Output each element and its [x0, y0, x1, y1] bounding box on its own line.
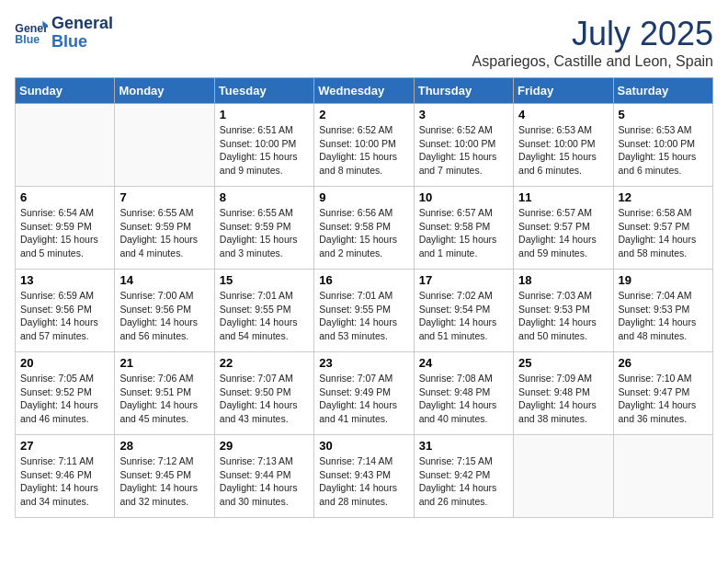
day-number: 8: [220, 190, 309, 204]
calendar-cell: 2Sunrise: 6:52 AM Sunset: 10:00 PM Dayli…: [314, 104, 414, 187]
calendar-cell: 22Sunrise: 7:07 AM Sunset: 9:50 PM Dayli…: [214, 352, 313, 435]
day-info: Sunrise: 6:52 AM Sunset: 10:00 PM Daylig…: [319, 123, 408, 178]
day-info: Sunrise: 6:53 AM Sunset: 10:00 PM Daylig…: [619, 123, 708, 178]
day-number: 22: [220, 356, 309, 370]
day-info: Sunrise: 7:06 AM Sunset: 9:51 PM Dayligh…: [119, 372, 209, 426]
day-number: 14: [119, 273, 209, 287]
day-number: 3: [419, 108, 508, 121]
day-info: Sunrise: 6:57 AM Sunset: 9:58 PM Dayligh…: [419, 206, 508, 260]
calendar-cell: 14Sunrise: 7:00 AM Sunset: 9:56 PM Dayli…: [115, 270, 214, 352]
calendar-cell: 29Sunrise: 7:13 AM Sunset: 9:44 PM Dayli…: [214, 435, 313, 518]
calendar-cell: [16, 104, 115, 187]
day-number: 7: [119, 190, 209, 204]
month-title: July 2025: [472, 15, 713, 53]
day-info: Sunrise: 7:03 AM Sunset: 9:53 PM Dayligh…: [518, 289, 608, 343]
calendar-cell: 7Sunrise: 6:55 AM Sunset: 9:59 PM Daylig…: [115, 187, 214, 270]
day-number: 1: [220, 108, 309, 121]
calendar-cell: [514, 435, 613, 518]
day-info: Sunrise: 6:59 AM Sunset: 9:56 PM Dayligh…: [20, 289, 109, 343]
day-info: Sunrise: 7:04 AM Sunset: 9:53 PM Dayligh…: [619, 289, 708, 343]
weekday-header-tuesday: Tuesday: [214, 78, 313, 104]
calendar-cell: 31Sunrise: 7:15 AM Sunset: 9:42 PM Dayli…: [414, 435, 513, 518]
calendar-cell: 25Sunrise: 7:09 AM Sunset: 9:48 PM Dayli…: [514, 352, 613, 435]
day-number: 16: [319, 273, 408, 287]
day-number: 29: [220, 439, 309, 453]
logo-text: General Blue: [51, 15, 113, 52]
calendar-cell: [115, 104, 214, 187]
day-number: 6: [20, 190, 109, 204]
day-number: 19: [619, 273, 708, 287]
day-info: Sunrise: 7:15 AM Sunset: 9:42 PM Dayligh…: [419, 454, 508, 509]
day-info: Sunrise: 7:02 AM Sunset: 9:54 PM Dayligh…: [419, 289, 508, 343]
calendar-cell: 10Sunrise: 6:57 AM Sunset: 9:58 PM Dayli…: [414, 187, 513, 270]
day-number: 20: [20, 356, 109, 370]
day-info: Sunrise: 6:57 AM Sunset: 9:57 PM Dayligh…: [518, 206, 608, 260]
calendar-table: SundayMondayTuesdayWednesdayThursdayFrid…: [15, 77, 713, 518]
day-number: 31: [419, 439, 508, 453]
day-info: Sunrise: 7:09 AM Sunset: 9:48 PM Dayligh…: [518, 372, 608, 426]
calendar-cell: 18Sunrise: 7:03 AM Sunset: 9:53 PM Dayli…: [514, 270, 613, 352]
day-info: Sunrise: 6:58 AM Sunset: 9:57 PM Dayligh…: [619, 206, 708, 260]
week-row-2: 6Sunrise: 6:54 AM Sunset: 9:59 PM Daylig…: [16, 187, 713, 270]
day-info: Sunrise: 7:01 AM Sunset: 9:55 PM Dayligh…: [319, 289, 408, 343]
day-info: Sunrise: 7:01 AM Sunset: 9:55 PM Dayligh…: [220, 289, 309, 343]
calendar-cell: 5Sunrise: 6:53 AM Sunset: 10:00 PM Dayli…: [613, 104, 712, 187]
day-number: 11: [518, 190, 608, 204]
page-header: General Blue General Blue July 2025 Aspa…: [15, 15, 713, 70]
calendar-cell: 11Sunrise: 6:57 AM Sunset: 9:57 PM Dayli…: [514, 187, 613, 270]
calendar-cell: 8Sunrise: 6:55 AM Sunset: 9:59 PM Daylig…: [214, 187, 313, 270]
calendar-cell: 30Sunrise: 7:14 AM Sunset: 9:43 PM Dayli…: [314, 435, 414, 518]
day-number: 30: [319, 439, 408, 453]
day-number: 17: [419, 273, 508, 287]
day-number: 15: [220, 273, 309, 287]
day-info: Sunrise: 6:55 AM Sunset: 9:59 PM Dayligh…: [220, 206, 309, 260]
day-number: 28: [119, 439, 209, 453]
week-row-1: 1Sunrise: 6:51 AM Sunset: 10:00 PM Dayli…: [16, 104, 713, 187]
calendar-cell: 17Sunrise: 7:02 AM Sunset: 9:54 PM Dayli…: [414, 270, 513, 352]
svg-text:Blue: Blue: [15, 33, 40, 46]
day-number: 18: [518, 273, 608, 287]
day-info: Sunrise: 7:10 AM Sunset: 9:47 PM Dayligh…: [619, 372, 708, 426]
calendar-cell: 12Sunrise: 6:58 AM Sunset: 9:57 PM Dayli…: [613, 187, 712, 270]
day-number: 25: [518, 356, 608, 370]
weekday-header-monday: Monday: [115, 78, 214, 104]
calendar-cell: 6Sunrise: 6:54 AM Sunset: 9:59 PM Daylig…: [16, 187, 115, 270]
calendar-cell: 24Sunrise: 7:08 AM Sunset: 9:48 PM Dayli…: [414, 352, 513, 435]
calendar-cell: 21Sunrise: 7:06 AM Sunset: 9:51 PM Dayli…: [115, 352, 214, 435]
calendar-cell: 9Sunrise: 6:56 AM Sunset: 9:58 PM Daylig…: [314, 187, 414, 270]
day-number: 2: [319, 108, 408, 121]
day-info: Sunrise: 7:13 AM Sunset: 9:44 PM Dayligh…: [220, 454, 309, 509]
day-number: 9: [319, 190, 408, 204]
calendar-cell: 27Sunrise: 7:11 AM Sunset: 9:46 PM Dayli…: [16, 435, 115, 518]
day-info: Sunrise: 6:51 AM Sunset: 10:00 PM Daylig…: [220, 123, 309, 178]
day-info: Sunrise: 7:14 AM Sunset: 9:43 PM Dayligh…: [319, 454, 408, 509]
day-info: Sunrise: 6:53 AM Sunset: 10:00 PM Daylig…: [518, 123, 608, 178]
day-number: 21: [119, 356, 209, 370]
calendar-cell: 26Sunrise: 7:10 AM Sunset: 9:47 PM Dayli…: [613, 352, 712, 435]
day-number: 23: [319, 356, 408, 370]
day-info: Sunrise: 7:05 AM Sunset: 9:52 PM Dayligh…: [20, 372, 109, 426]
day-info: Sunrise: 7:00 AM Sunset: 9:56 PM Dayligh…: [119, 289, 209, 343]
weekday-header-thursday: Thursday: [414, 78, 513, 104]
day-number: 13: [20, 273, 109, 287]
day-info: Sunrise: 6:55 AM Sunset: 9:59 PM Dayligh…: [119, 206, 209, 260]
day-info: Sunrise: 6:52 AM Sunset: 10:00 PM Daylig…: [419, 123, 508, 178]
calendar-cell: 4Sunrise: 6:53 AM Sunset: 10:00 PM Dayli…: [514, 104, 613, 187]
weekday-header-row: SundayMondayTuesdayWednesdayThursdayFrid…: [16, 78, 713, 104]
weekday-header-sunday: Sunday: [16, 78, 115, 104]
weekday-header-friday: Friday: [514, 78, 613, 104]
logo: General Blue General Blue: [15, 15, 113, 52]
week-row-5: 27Sunrise: 7:11 AM Sunset: 9:46 PM Dayli…: [16, 435, 713, 518]
calendar-cell: 13Sunrise: 6:59 AM Sunset: 9:56 PM Dayli…: [16, 270, 115, 352]
calendar-cell: 15Sunrise: 7:01 AM Sunset: 9:55 PM Dayli…: [214, 270, 313, 352]
day-number: 26: [619, 356, 708, 370]
day-info: Sunrise: 6:56 AM Sunset: 9:58 PM Dayligh…: [319, 206, 408, 260]
day-info: Sunrise: 6:54 AM Sunset: 9:59 PM Dayligh…: [20, 206, 109, 260]
calendar-cell: 19Sunrise: 7:04 AM Sunset: 9:53 PM Dayli…: [613, 270, 712, 352]
week-row-3: 13Sunrise: 6:59 AM Sunset: 9:56 PM Dayli…: [16, 270, 713, 352]
day-number: 5: [619, 108, 708, 121]
logo-icon: General Blue: [15, 19, 48, 47]
day-number: 4: [518, 108, 608, 121]
title-block: July 2025 Aspariegos, Castille and Leon,…: [472, 15, 713, 70]
calendar-cell: 23Sunrise: 7:07 AM Sunset: 9:49 PM Dayli…: [314, 352, 414, 435]
